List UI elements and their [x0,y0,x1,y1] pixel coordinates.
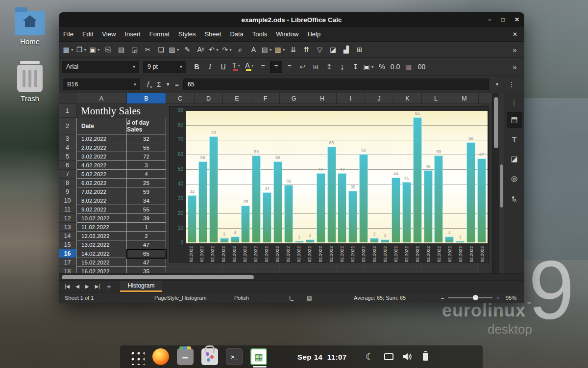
undo-dropdown-icon[interactable]: ▼ [216,48,219,52]
sales-cell[interactable]: 47 [127,240,166,249]
toolbar-clear-formatting-icon[interactable]: Aˣ [195,44,207,56]
font-name-dropdown-icon[interactable]: ▼ [129,61,139,73]
chart-bar[interactable] [338,173,346,242]
toolbar-save-icon[interactable]: ▣▼ [89,44,101,56]
function-wizard-icon[interactable]: ƒx [144,80,154,89]
name-box[interactable]: B16 ▼ [63,79,140,90]
date-cell[interactable]: 15.02.2022 [76,258,127,267]
font-name-combo[interactable]: Arial ▼ [62,61,139,73]
date-cell[interactable]: 7.02.2022 [76,187,127,196]
toolbar-spelling-icon[interactable]: A [247,44,260,56]
toolbar-export-pdf-icon[interactable]: ⎘ [102,44,114,56]
toolbar-sort-descending-icon[interactable]: ⇈ [300,44,313,56]
date-cell[interactable]: 16.02.2022 [76,267,127,273]
toolbar-clone-formatting-icon[interactable]: ✎ [181,44,194,56]
chart-bar[interactable] [424,170,433,242]
row-header-5[interactable]: 5 [59,152,76,161]
chart-bar[interactable] [231,237,240,242]
terminal-icon[interactable]: >_ [226,348,243,365]
toolbar-open-icon[interactable]: ❐▼ [75,44,88,56]
toolbar-overflow-icon[interactable]: » [509,44,521,56]
date-cell[interactable]: 10.02.2022 [76,214,127,223]
menu-view[interactable]: View [98,27,120,41]
column-header-F[interactable]: F [251,93,280,104]
date-cell[interactable]: 12.02.2022 [76,232,127,240]
format-align-left-icon[interactable]: ≡ [257,61,269,73]
chart-bar[interactable] [241,206,250,242]
save-dropdown-icon[interactable]: ▼ [97,48,100,52]
row-header-7[interactable]: 7 [59,170,76,179]
chart-bar[interactable] [188,195,196,242]
grid-corner-box[interactable] [59,93,76,104]
toolbar-new-icon[interactable]: ▦▼ [62,44,74,56]
date-cell[interactable]: 1.02.2022 [76,134,127,143]
toolbar-cut-icon[interactable]: ✂ [142,44,154,56]
battery-icon[interactable] [423,353,428,361]
font-color-dropdown-icon[interactable]: ▼ [237,64,241,67]
sheet-tab-histogram[interactable]: Histogram [120,281,163,292]
row-header-13[interactable]: 13 [59,223,76,232]
date-cell[interactable]: 2.02.2022 [76,143,127,152]
sales-cell[interactable]: 34 [127,196,166,205]
chart-bar[interactable] [434,156,443,242]
formatting-overflow-icon[interactable]: » [509,61,521,73]
toolbar-sort-ascending-icon[interactable]: ⇊ [287,44,299,56]
software-store-icon[interactable] [201,348,218,365]
column-header-K[interactable]: K [393,93,422,104]
zoom-in-icon[interactable]: + [496,292,499,303]
sales-cell[interactable]: 25 [127,179,166,187]
empty-cell[interactable] [450,267,479,273]
sidebar-menu-icon[interactable]: ⋮ [507,97,522,108]
row-header-17[interactable]: 17 [59,258,76,267]
language[interactable]: Polish [234,292,249,303]
chart-bar[interactable] [402,182,411,242]
borders-dropdown-icon[interactable]: ▼ [371,65,374,69]
file-manager-icon[interactable] [177,348,194,365]
menu-insert[interactable]: Insert [120,27,145,41]
row-header-15[interactable]: 15 [59,240,76,249]
chart-bar[interactable] [466,142,475,242]
toolbar-undo-icon[interactable]: ↶▼ [208,44,220,56]
format-center-vertically-icon[interactable]: ↨ [336,61,348,73]
redo-dropdown-icon[interactable]: ▼ [229,48,232,52]
clock[interactable]: Sep 14 11:07 [297,353,347,361]
font-size-dropdown-icon[interactable]: ▼ [176,61,186,73]
toolbar-column-icon[interactable]: ▥▼ [274,44,286,56]
column-header-M[interactable]: M [450,93,479,104]
column-header-G[interactable]: G [280,93,308,104]
format-merge-cells-icon[interactable]: ⊞ [310,61,322,73]
date-cell[interactable]: 14.02.2022 [76,249,127,258]
table-header-sales[interactable]: # of day Sales [127,118,166,134]
column-header-I[interactable]: I [337,93,365,104]
date-cell[interactable]: 3.02.2022 [76,152,127,161]
date-cell[interactable]: 6.02.2022 [76,179,127,187]
chart-bar[interactable] [220,238,229,242]
paste-dropdown-icon[interactable]: ▼ [176,48,180,52]
sales-cell[interactable]: 39 [127,214,166,223]
title-bar[interactable]: example2.ods - LibreOffice Calc – □ ✕ [59,12,524,27]
date-cell[interactable]: 5.02.2022 [76,170,127,179]
sum-dropdown-icon[interactable]: ▼ [163,82,172,87]
menu-data[interactable]: Data [225,27,247,41]
sheet-nav-last-icon[interactable]: ▶| [92,284,103,289]
app-grid-icon[interactable] [129,349,145,365]
format-wrap-text-icon[interactable]: ↩ [296,61,309,73]
sales-cell[interactable]: 4 [127,170,166,179]
chart-bar[interactable] [477,158,486,242]
chart-bar[interactable] [392,178,400,242]
row-header-9[interactable]: 9 [59,187,76,196]
close-button[interactable]: ✕ [514,16,519,23]
equals-icon[interactable]: = [172,81,181,88]
sales-cell[interactable]: 55 [127,205,166,214]
chart-bar[interactable] [359,154,368,242]
toolbar-insert-chart-icon[interactable]: ▟ [340,44,352,56]
chart-bar[interactable] [252,156,261,242]
sidebar-gallery-icon[interactable]: ◪ [507,151,522,167]
format-font-color-icon[interactable]: T▼ [230,61,243,73]
toolbar-pivot-table-icon[interactable]: ⊞ [353,44,366,56]
date-cell[interactable]: 9.02.2022 [76,205,127,214]
row-header-16[interactable]: 16 [59,249,76,258]
sidebar-navigator-icon[interactable]: ◎ [507,171,522,186]
sheet-nav-first-icon[interactable]: |◀ [62,284,73,289]
chart-bar[interactable] [306,239,315,242]
